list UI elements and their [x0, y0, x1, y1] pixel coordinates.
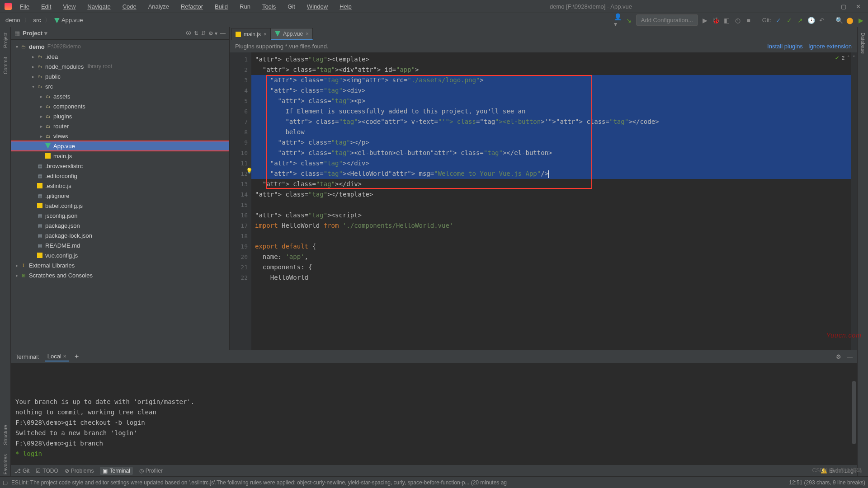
bottom-tab-profiler[interactable]: ◷Profiler [139, 468, 163, 474]
profile-icon[interactable]: ◷ [734, 17, 741, 24]
tree-item--idea[interactable]: ▸.idea [11, 52, 229, 61]
menu-edit[interactable]: Edit [36, 1, 57, 12]
tree-item--editorconfig[interactable]: ▤.editorconfig [11, 171, 229, 181]
menu-analyze[interactable]: Analyze [143, 1, 175, 12]
tree-item-router[interactable]: ▸router [11, 121, 229, 131]
hide-icon[interactable]: — [220, 30, 226, 37]
toolwin-commit[interactable]: Commit [3, 55, 8, 76]
tree-item-public[interactable]: ▸public [11, 71, 229, 81]
close-icon[interactable]: ✕ [854, 3, 863, 10]
tab-close-icon[interactable]: × [264, 31, 267, 38]
stop-icon[interactable]: ■ [745, 17, 752, 24]
tree-item--gitignore[interactable]: ▤.gitignore [11, 191, 229, 201]
menu-navigate[interactable]: Navigate [82, 1, 116, 12]
tree-item-jsconfig-json[interactable]: ▤jsconfig.json [11, 211, 229, 221]
user-icon[interactable]: 👤▾ [614, 17, 622, 24]
tree-item-plugins[interactable]: ▸plugins [11, 111, 229, 121]
bottom-tab-problems[interactable]: ⊘Problems [65, 468, 94, 474]
maximize-icon[interactable]: ▢ [839, 3, 848, 10]
terminal-tab-close-icon[interactable]: × [63, 353, 66, 360]
bottom-tab-todo[interactable]: ☑TODO [36, 468, 58, 474]
run-icon[interactable]: ▶ [702, 17, 709, 24]
minimize-icon[interactable]: — [825, 3, 834, 10]
breadcrumb[interactable]: src [32, 16, 43, 24]
tree-item-package-json[interactable]: ▤package.json [11, 221, 229, 230]
tree-scratches[interactable]: ▸⊞ Scratches and Consoles [11, 270, 229, 280]
tree-item-README-md[interactable]: ▤README.md [11, 240, 229, 250]
menu-file[interactable]: File [14, 1, 35, 12]
tree-item--browserslistrc[interactable]: ▤.browserslistrc [11, 161, 229, 171]
intention-bulb-icon[interactable]: 💡 [246, 168, 253, 174]
expand-icon[interactable]: ⇅ [194, 30, 198, 37]
terminal-new-tab-icon[interactable]: + [75, 352, 79, 361]
git-update-icon[interactable]: ✓ [775, 17, 782, 24]
git-commit-icon[interactable]: ✓ [786, 17, 793, 24]
project-tree[interactable]: ▾ demo F:\0928\demo ▸.idea▸node_modulesl… [11, 40, 229, 350]
tree-root[interactable]: ▾ demo F:\0928\demo [11, 42, 229, 52]
coverage-icon[interactable]: ◧ [723, 17, 731, 24]
tree-item-vue-config-js[interactable]: vue.config.js [11, 250, 229, 260]
ide-settings-icon[interactable]: ⬤ [846, 17, 854, 24]
menu-help[interactable]: Help [334, 1, 357, 12]
menu-build[interactable]: Build [209, 1, 233, 12]
git-history-icon[interactable]: 🕓 [807, 17, 815, 24]
tree-item-views[interactable]: ▸views [11, 131, 229, 141]
add-configuration-button[interactable]: Add Configuration... [636, 14, 698, 26]
toolwin-structure[interactable]: Structure [3, 423, 8, 447]
tree-item-babel-config-js[interactable]: babel.config.js [11, 201, 229, 211]
tree-item-main-js[interactable]: main.js [11, 151, 229, 161]
code-content[interactable]: "attr"> class="tag"><template> "attr"> c… [251, 52, 851, 350]
locate-icon[interactable]: ⦿ [186, 30, 191, 37]
menu-window[interactable]: Window [302, 1, 333, 12]
install-plugins-link[interactable]: Install plugins [767, 43, 803, 50]
terminal-tab[interactable]: Local × [45, 352, 69, 361]
git-rollback-icon[interactable]: ↶ [818, 17, 826, 24]
bottom-tab-terminal[interactable]: ▣Terminal [100, 467, 132, 475]
tree-item-App-vue[interactable]: App.vue [11, 141, 229, 151]
menu-view[interactable]: View [57, 1, 81, 12]
code-editor[interactable]: 12345678910111213141516171819202122 "att… [230, 52, 857, 350]
collapse-icon[interactable]: ⇵ [201, 30, 206, 37]
editor-tab-main-js[interactable]: main.js× [231, 28, 271, 40]
settings-icon[interactable]: ⚙ ▾ [208, 30, 217, 37]
inspection-widget[interactable]: ✔ 2 ˄˅ [851, 52, 857, 63]
search-icon[interactable]: 🔍 [835, 17, 843, 24]
tree-item-src[interactable]: ▾src [11, 81, 229, 91]
toolwindows-icon[interactable]: ▢ [3, 479, 8, 486]
tree-external-libs[interactable]: ▸𝕀 External Libraries [11, 260, 229, 270]
editor-markers[interactable]: ✔ 2 ˄˅ [851, 52, 857, 350]
terminal-output[interactable]: Your branch is up to date with 'origin/m… [11, 363, 857, 465]
build-hammer-icon[interactable]: ↘ [625, 17, 632, 24]
git-push-icon[interactable]: ↗ [797, 17, 804, 24]
menu-code[interactable]: Code [117, 1, 142, 12]
ignore-extension-link[interactable]: Ignore extension [808, 43, 852, 50]
git-label: Git: [762, 17, 771, 23]
tree-item-components[interactable]: ▸components [11, 101, 229, 111]
project-title[interactable]: Project ▾ [23, 30, 47, 37]
terminal-settings-icon[interactable]: ⚙ [836, 353, 841, 360]
terminal-hide-icon[interactable]: — [847, 353, 853, 360]
scrollbar-thumb[interactable] [852, 381, 856, 444]
toolwin-project[interactable]: Project [3, 31, 8, 50]
menu-tools[interactable]: Tools [257, 1, 281, 12]
tree-item-package-lock-json[interactable]: ▤package-lock.json [11, 230, 229, 240]
menu-refactor[interactable]: Refactor [175, 1, 208, 12]
bottom-tab-git[interactable]: ⎇Git [14, 468, 29, 474]
toolwin-favorites[interactable]: Favorites [3, 452, 8, 476]
run-anything-icon[interactable]: ▶ [857, 17, 864, 24]
breadcrumb[interactable]: demo [4, 16, 22, 24]
toolwin-database[interactable]: Database [860, 29, 866, 57]
caret-position[interactable]: 12:51 (293 chars, 9 line breaks) [789, 479, 865, 486]
menu-run[interactable]: Run [234, 1, 256, 12]
line-gutter[interactable]: 12345678910111213141516171819202122 [230, 52, 251, 350]
js-icon [44, 152, 52, 160]
editor-tab-App-vue[interactable]: App.vue× [271, 28, 313, 40]
tree-item-node_modules[interactable]: ▸node_moduleslibrary root [11, 61, 229, 71]
event-log-button[interactable]: 🔔Event Log [821, 468, 854, 474]
tree-item-assets[interactable]: ▸assets [11, 91, 229, 101]
tab-close-icon[interactable]: × [306, 31, 309, 37]
menu-git[interactable]: Git [282, 1, 301, 12]
debug-icon[interactable]: 🐞 [712, 17, 720, 24]
tree-item--eslintrc-js[interactable]: .eslintrc.js [11, 181, 229, 191]
breadcrumb[interactable]: App.vue [52, 16, 85, 24]
